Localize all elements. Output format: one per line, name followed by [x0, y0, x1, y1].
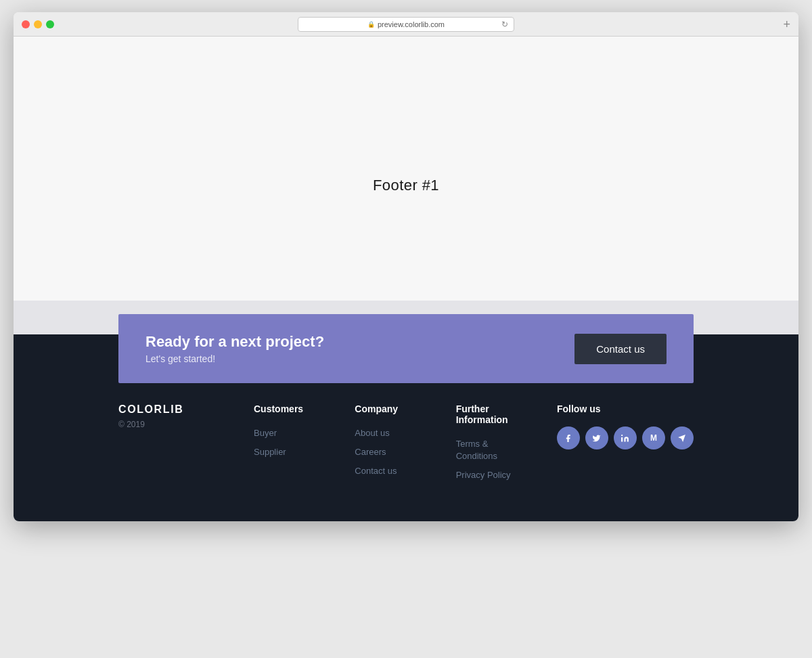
new-tab-button[interactable]: + [783, 18, 790, 30]
linkedin-icon[interactable] [614, 426, 637, 449]
contact-link[interactable]: Contact us [355, 466, 397, 476]
company-title: Company [355, 403, 415, 414]
footer-col-customers: Customers Buyer Supplier [254, 403, 314, 487]
company-list: About us Careers Contact us [355, 426, 415, 477]
list-item: Supplier [254, 445, 314, 458]
browser-window: 🔒 preview.colorlib.com ↻ + Footer #1 Rea… [14, 12, 798, 521]
list-item: Contact us [355, 464, 415, 477]
medium-icon[interactable]: M [642, 426, 665, 449]
reload-icon[interactable]: ↻ [501, 20, 508, 29]
telegram-icon[interactable] [671, 426, 694, 449]
svg-point-0 [622, 435, 623, 436]
traffic-lights [22, 20, 54, 28]
cta-heading: Ready for a next project? [145, 333, 324, 351]
list-item: Privacy Policy [456, 468, 516, 481]
cta-banner: Ready for a next project? Let's get star… [118, 314, 694, 383]
maximize-button[interactable] [46, 20, 54, 28]
supplier-link[interactable]: Supplier [254, 447, 286, 457]
brand-name: COLORLIB [118, 403, 213, 416]
facebook-icon[interactable] [557, 426, 580, 449]
page-heading: Footer #1 [373, 177, 439, 194]
url-text: preview.colorlib.com [378, 20, 445, 28]
list-item: Careers [355, 445, 415, 458]
titlebar: 🔒 preview.colorlib.com ↻ + [14, 12, 798, 37]
minimize-button[interactable] [34, 20, 42, 28]
twitter-icon[interactable] [585, 426, 608, 449]
privacy-link[interactable]: Privacy Policy [456, 470, 511, 480]
footer-brand: COLORLIB © 2019 [118, 403, 213, 487]
follow-title: Follow us [557, 403, 694, 414]
cta-subtext: Let's get started! [145, 353, 324, 364]
list-item: About us [355, 426, 415, 439]
close-button[interactable] [22, 20, 30, 28]
social-icons: M [557, 426, 694, 449]
footer-section: Ready for a next project? Let's get star… [14, 334, 798, 521]
page-area: Footer #1 [14, 37, 798, 334]
about-link[interactable]: About us [355, 428, 389, 438]
brand-year: © 2019 [118, 420, 213, 429]
cta-contact-button[interactable]: Contact us [574, 334, 667, 364]
list-item: Terms & Conditions [456, 437, 516, 462]
url-bar[interactable]: 🔒 preview.colorlib.com ↻ [298, 17, 514, 32]
buyer-link[interactable]: Buyer [254, 428, 277, 438]
footer-col-follow: Follow us M [557, 403, 694, 487]
footer-col-company: Company About us Careers Contact us [355, 403, 415, 487]
customers-list: Buyer Supplier [254, 426, 314, 458]
info-title: Further Information [456, 403, 516, 425]
list-item: Buyer [254, 426, 314, 439]
medium-letter: M [650, 433, 657, 443]
careers-link[interactable]: Careers [355, 447, 386, 457]
customers-title: Customers [254, 403, 314, 414]
footer-content: COLORLIB © 2019 Customers Buyer Supplier… [14, 403, 798, 521]
terms-link[interactable]: Terms & Conditions [456, 439, 497, 461]
browser-content: Footer #1 Ready for a next project? Let'… [14, 37, 798, 521]
info-list: Terms & Conditions Privacy Policy [456, 437, 516, 481]
lock-icon: 🔒 [367, 21, 375, 28]
cta-text: Ready for a next project? Let's get star… [145, 333, 324, 364]
footer-col-info: Further Information Terms & Conditions P… [456, 403, 516, 487]
